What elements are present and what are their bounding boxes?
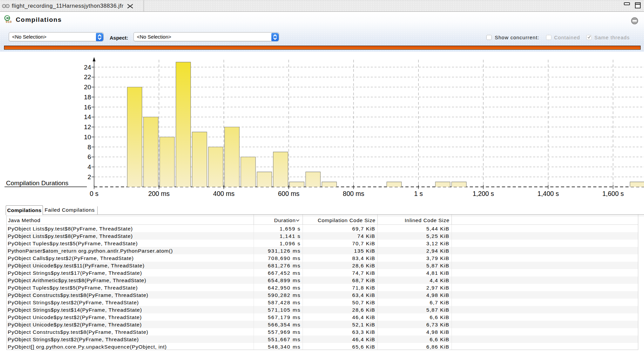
svg-text:16: 16 (84, 104, 91, 111)
svg-text:12: 12 (84, 123, 91, 131)
svg-text:6: 6 (88, 153, 91, 160)
svg-text:1,600 s: 1,600 s (602, 190, 624, 197)
svg-text:2: 2 (88, 173, 91, 181)
svg-text:600 ms: 600 ms (278, 190, 300, 197)
svg-text:Compilation Durations: Compilation Durations (6, 180, 68, 187)
svg-text:800 ms: 800 ms (343, 190, 364, 197)
svg-text:400 ms: 400 ms (213, 190, 234, 197)
svg-text:0 s: 0 s (90, 190, 98, 197)
svg-text:20: 20 (84, 84, 91, 91)
svg-text:1 s: 1 s (414, 190, 423, 197)
svg-text:10: 10 (84, 134, 91, 141)
svg-text:1,200 s: 1,200 s (473, 190, 494, 197)
svg-text:14: 14 (84, 113, 91, 120)
svg-text:4: 4 (88, 163, 91, 170)
svg-text:24: 24 (84, 64, 91, 71)
svg-text:8: 8 (88, 144, 91, 151)
svg-text:010: 010 (6, 20, 12, 23)
svg-text:18: 18 (84, 94, 91, 101)
svg-text:1,400 s: 1,400 s (537, 190, 559, 197)
svg-text:200 ms: 200 ms (148, 190, 170, 197)
svg-text:22: 22 (84, 73, 91, 81)
